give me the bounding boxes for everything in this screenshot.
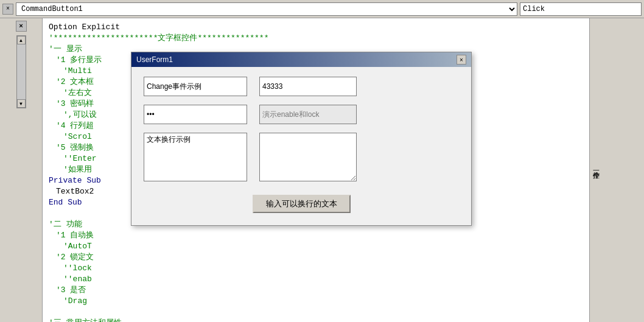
right-panel: 一个控件 xyxy=(589,18,644,322)
textbox-enable-lock xyxy=(259,105,357,124)
code-line-26: 'Drag xyxy=(63,296,583,307)
code-line-28: '三 常用方法和属性 xyxy=(49,318,583,322)
code-line-24: ''enab xyxy=(63,274,583,285)
textbox-multiline[interactable]: 文本换行示例 xyxy=(144,133,247,181)
textbox-multiline-right[interactable] xyxy=(259,133,357,181)
code-line-2: '**********************文字框控件************… xyxy=(49,33,583,44)
modal-button-row: 输入可以换行的文本 xyxy=(144,190,459,213)
modal-row-2 xyxy=(144,105,459,124)
modal-body: 文本换行示例 输入可以换行的文本 xyxy=(131,67,471,225)
modal-title: UserForm1 xyxy=(136,55,173,64)
code-line-22: '2 锁定文 xyxy=(56,252,583,263)
code-line-27 xyxy=(49,307,583,318)
code-line-25: '3 是否 xyxy=(56,285,583,296)
modal-row-1 xyxy=(144,77,459,96)
modal-row-3: 文本换行示例 xyxy=(144,133,459,181)
top-bar: × CommandButton1 Click xyxy=(0,0,644,18)
scroll-up-btn[interactable]: ▲ xyxy=(17,36,26,44)
textbox-change-label[interactable] xyxy=(144,77,247,96)
userform-modal: UserForm1 × 文本换行示例 输入可以换行的文本 xyxy=(131,52,472,226)
textbox-password[interactable] xyxy=(144,105,247,124)
textbox-change-value[interactable] xyxy=(259,77,357,96)
code-line-23: ''lock xyxy=(63,263,583,274)
code-line-21: 'AutoT xyxy=(63,241,583,252)
left-sidebar: × ▲ ▼ xyxy=(0,18,43,322)
modal-action-button[interactable]: 输入可以换行的文本 xyxy=(253,195,351,213)
code-line-20: '1 自动换 xyxy=(56,230,583,241)
scroll-down-btn[interactable]: ▼ xyxy=(17,99,26,108)
scroll-thumb xyxy=(17,44,26,99)
top-close-button[interactable]: × xyxy=(2,4,13,15)
sidebar-close-button[interactable]: × xyxy=(16,21,27,32)
event-display: Click xyxy=(520,2,642,16)
vertical-scrollbar[interactable]: ▲ ▼ xyxy=(16,35,26,108)
code-line-1: Option Explicit xyxy=(49,22,583,33)
modal-titlebar: UserForm1 × xyxy=(131,52,471,67)
modal-close-button[interactable]: × xyxy=(457,55,466,65)
object-dropdown[interactable]: CommandButton1 xyxy=(16,2,517,16)
